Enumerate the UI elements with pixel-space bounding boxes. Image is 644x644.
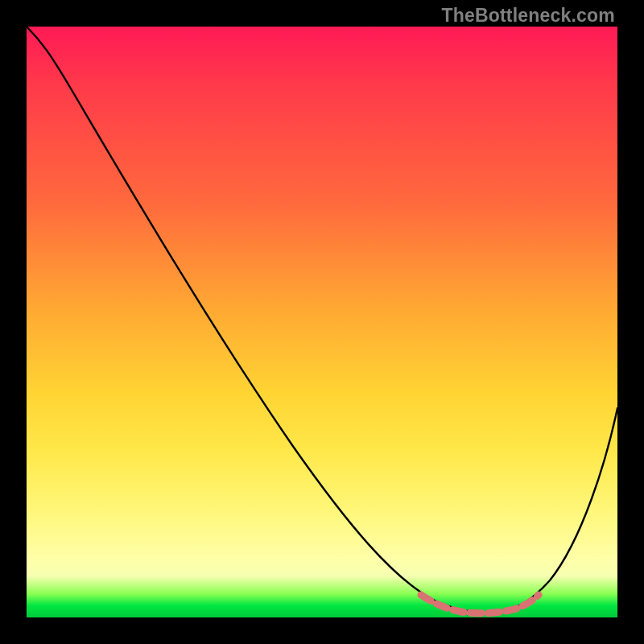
watermark-text: TheBottleneck.com (441, 5, 615, 27)
chart-frame: TheBottleneck.com (0, 0, 644, 644)
optimal-band-path (421, 595, 539, 613)
plot-area (27, 27, 617, 617)
curve-svg (27, 27, 617, 617)
bottleneck-curve-path (27, 27, 617, 613)
